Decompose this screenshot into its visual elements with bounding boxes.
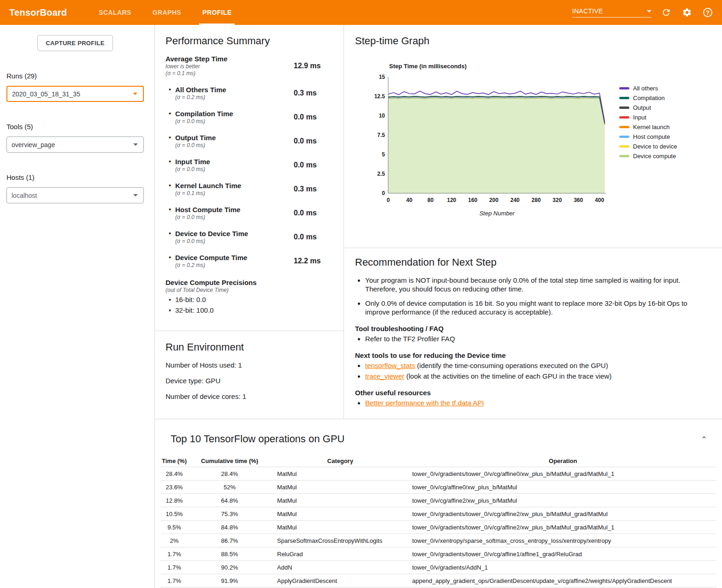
legend-item: Host compute xyxy=(619,132,677,142)
collapse-chevron-icon[interactable] xyxy=(699,432,709,442)
top-ops-table: Time (%)Cumulative time (%)CategoryOpera… xyxy=(160,455,716,588)
legend-label: Host compute xyxy=(633,133,670,140)
step-time-graph-card: Step-time Graph Step Time (in millisecon… xyxy=(344,25,722,248)
category-cell: MatMul xyxy=(271,511,409,517)
legend-label: Input xyxy=(633,114,646,121)
y-tick-label: 10 xyxy=(379,113,385,119)
hosts-select[interactable]: localhost xyxy=(6,187,144,203)
cumulative-cell: 52% xyxy=(188,484,271,491)
legend-label: Kernel launch xyxy=(633,124,670,131)
run-environment-card: Run Environment Number of Hosts used: 1 … xyxy=(155,331,343,400)
ops-table-row: 23.6%52%MatMultower_0/v/cg/affine0/xw_pl… xyxy=(160,481,716,494)
x-tick-label: 240 xyxy=(510,197,520,203)
x-tick-label: 120 xyxy=(447,197,456,203)
tfdata-performance-link[interactable]: Better performance with the tf.data API xyxy=(365,399,484,407)
app-logo: TensorBoard xyxy=(0,0,76,25)
cumulative-cell: 64.8% xyxy=(188,497,271,504)
tab-graphs[interactable]: GRAPHS xyxy=(142,0,192,25)
resources-heading: Other useful resources xyxy=(355,389,701,397)
device-cores-line: Number of device cores: 1 xyxy=(166,392,333,400)
capture-profile-button[interactable]: CAPTURE PROFILE xyxy=(37,35,113,51)
step-time-chart-plot: 02.557.51012.515040801201602002402803203… xyxy=(374,73,612,204)
legend-swatch xyxy=(619,97,629,99)
chevron-down-icon xyxy=(133,93,137,95)
legend-item: Device compute xyxy=(619,151,677,161)
performance-item-labels: Device Compute Time(σ = 0.2 ms) xyxy=(175,253,247,269)
performance-item: All Others Time(σ = 0.2 ms)0.3 ms xyxy=(166,85,325,101)
performance-item: Output Time(σ = 0.0 ms)0.0 ms xyxy=(166,133,325,149)
tool-link-item: trace_viewer (look at the activities on … xyxy=(365,372,701,380)
y-tick-label: 5 xyxy=(382,151,385,158)
ops-column-header: Category xyxy=(271,457,409,464)
performance-item-labels: All Others Time(σ = 0.2 ms) xyxy=(175,85,226,101)
performance-item-value: 0.0 ms xyxy=(294,137,325,145)
average-step-time: Average Step Time lower is better (σ = 0… xyxy=(166,54,325,77)
device-compute-area xyxy=(388,98,605,193)
performance-item-labels: Kernel Launch Time(σ = 0.1 ms) xyxy=(175,181,241,197)
y-tick-label: 0 xyxy=(382,190,385,196)
tab-profile[interactable]: PROFILE xyxy=(192,0,242,25)
graph-column: Step-time Graph Step Time (in millisecon… xyxy=(344,25,722,419)
performance-item: Device to Device Time(σ = 0.0 ms)0.0 ms xyxy=(166,229,325,245)
recommendation-bullet: Only 0.0% of device computation is 16 bi… xyxy=(365,299,701,316)
tools-select[interactable]: overview_page xyxy=(6,137,144,153)
tool-link-desc: (look at the activities on the timeline … xyxy=(404,372,611,380)
performance-item: Kernel Launch Time(σ = 0.1 ms)0.3 ms xyxy=(166,181,325,197)
legend-swatch xyxy=(619,155,629,157)
x-tick-label: 80 xyxy=(427,197,434,203)
tensorflow-stats-link[interactable]: tensorflow_stats xyxy=(365,362,415,369)
legend-swatch xyxy=(619,126,629,128)
operation-cell: tower_0/v/gradients/tower_0/v/cg/affine2… xyxy=(409,524,716,531)
tools-select-value: overview_page xyxy=(12,141,55,148)
performance-item-sigma: (σ = 0.0 ms) xyxy=(175,214,240,221)
trace-viewer-link[interactable]: trace_viewer xyxy=(365,372,404,380)
device-type-line: Device type: GPU xyxy=(166,377,333,385)
ops-table-row: 2%86.7%SparseSoftmaxCrossEntropyWithLogi… xyxy=(160,534,716,547)
legend-swatch xyxy=(619,87,629,89)
performance-item-labels: Input Time(σ = 0.0 ms) xyxy=(175,157,210,173)
chevron-down-icon xyxy=(647,10,651,12)
category-cell: ApplyGradientDescent xyxy=(271,577,409,584)
x-tick-label: 320 xyxy=(553,197,562,203)
legend-item: All others xyxy=(619,83,677,93)
settings-gear-icon[interactable] xyxy=(681,6,693,18)
help-glyph: ? xyxy=(706,9,710,16)
cumulative-cell: 91.9% xyxy=(188,577,271,584)
performance-item-value: 0.3 ms xyxy=(294,185,325,193)
performance-item-label: Device Compute Time xyxy=(175,253,247,262)
chart-legend: All othersCompilationOutputInputKernel l… xyxy=(619,83,677,204)
runs-select[interactable]: 2020_03_05_18_31_35 xyxy=(6,86,144,102)
performance-items: All Others Time(σ = 0.2 ms)0.3 msCompila… xyxy=(166,85,325,269)
y-tick-label: 2.5 xyxy=(377,171,385,177)
ops-table-row: 28.4%28.4%MatMultower_0/v/gradients/towe… xyxy=(160,467,716,481)
performance-item-sigma: (σ = 0.0 ms) xyxy=(175,118,233,125)
runs-label: Runs (29) xyxy=(6,72,154,80)
performance-item-label: All Others Time xyxy=(175,85,226,94)
precision-32bit: 32-bit: 100.0 xyxy=(166,306,325,315)
status-select[interactable]: INACTIVE xyxy=(572,7,651,18)
average-step-time-sigma: (σ = 0.1 ms) xyxy=(166,70,227,77)
performance-summary-title: Performance Summary xyxy=(166,35,325,47)
x-tick-label: 160 xyxy=(468,197,477,203)
performance-item-labels: Compilation Time(σ = 0.0 ms) xyxy=(175,109,233,125)
performance-item-value: 0.0 ms xyxy=(294,209,325,217)
faq-heading: Tool troubleshooting / FAQ xyxy=(355,325,701,333)
runs-select-value: 2020_03_05_18_31_35 xyxy=(12,90,80,98)
performance-item-labels: Host Compute Time(σ = 0.0 ms) xyxy=(175,205,240,221)
ops-table-row: 12.8%64.8%MatMultower_0/v/cg/affine2/xw_… xyxy=(160,494,716,507)
category-cell: MatMul xyxy=(271,484,409,491)
tab-scalars[interactable]: SCALARS xyxy=(88,0,142,25)
performance-item-sigma: (σ = 0.0 ms) xyxy=(175,166,210,173)
top-ops-card: Top 10 TensorFlow operations on GPU Time… xyxy=(155,419,722,588)
performance-item-label: Device to Device Time xyxy=(175,229,248,238)
tool-link-desc: (identify the time-consuming operations … xyxy=(415,362,608,369)
time-cell: 1.7% xyxy=(160,564,188,571)
legend-item: Kernel launch xyxy=(619,122,677,132)
operation-cell: tower_0/v/gradients/AddN_1 xyxy=(409,564,716,571)
time-cell: 2% xyxy=(160,537,188,544)
resource-link-item: Better performance with the tf.data API xyxy=(365,398,701,407)
help-icon[interactable]: ? xyxy=(702,6,714,18)
performance-item-sigma: (σ = 0.0 ms) xyxy=(175,142,216,149)
refresh-icon[interactable] xyxy=(660,6,672,18)
next-tools-heading: Next tools to use for reducing the Devic… xyxy=(355,351,701,359)
